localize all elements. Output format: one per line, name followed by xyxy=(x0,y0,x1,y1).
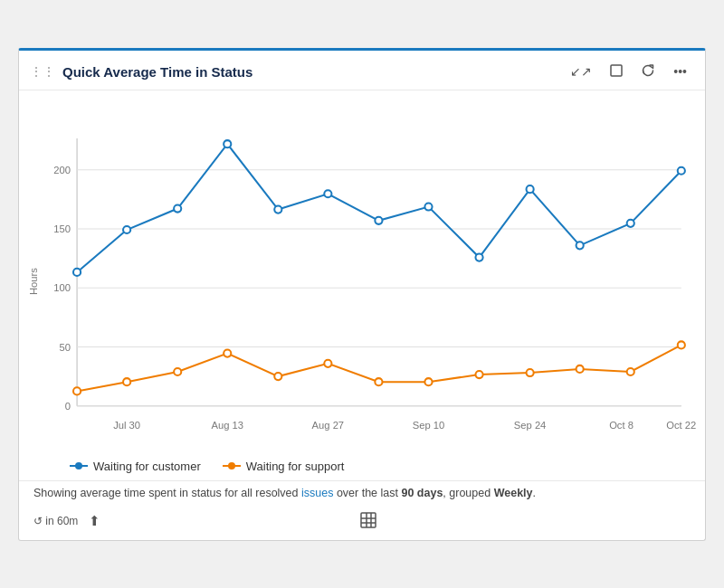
blue-dot-8 xyxy=(475,253,482,261)
y-tick-150: 150 xyxy=(53,223,71,234)
blue-dot-1 xyxy=(123,225,130,232)
blue-dot-4 xyxy=(274,205,281,213)
more-options-icon[interactable]: ••• xyxy=(670,62,691,81)
legend-blue-label: Waiting for customer xyxy=(93,460,201,473)
orange-dot-8 xyxy=(475,370,482,377)
blue-dot-6 xyxy=(375,216,382,223)
orange-dot-5 xyxy=(324,359,331,366)
legend-orange: Waiting for support xyxy=(223,460,345,473)
footer-issues-link[interactable]: issues xyxy=(301,487,333,499)
orange-dot-12 xyxy=(678,341,685,348)
x-label-aug13: Aug 13 xyxy=(211,420,243,431)
chart-legend: Waiting for customer Waiting for support xyxy=(19,452,705,480)
orange-dot-1 xyxy=(123,378,130,385)
legend-blue: Waiting for customer xyxy=(70,460,201,473)
card-title: Quick Average Time in Status xyxy=(62,64,252,80)
footer-bold-period: Weekly xyxy=(494,487,533,499)
blue-dot-12 xyxy=(678,166,685,174)
blue-dot-10 xyxy=(576,242,584,249)
blue-dot-7 xyxy=(424,203,432,210)
blue-dot-2 xyxy=(174,204,181,212)
widget-card: ⋮⋮ Quick Average Time in Status ↙↗ ••• xyxy=(18,48,706,541)
blue-dot-11 xyxy=(627,219,634,226)
drag-handle-icon[interactable]: ⋮⋮ xyxy=(30,64,55,79)
collapse-icon[interactable]: ↙↗ xyxy=(567,62,595,81)
footer-text-end: , grouped xyxy=(443,487,493,499)
refresh-schedule-label[interactable]: ↺ in 60m xyxy=(33,515,78,527)
header-actions: ↙↗ ••• xyxy=(567,62,691,82)
y-axis-label: Hours xyxy=(28,267,39,294)
orange-dot-7 xyxy=(424,378,432,385)
card-header: ⋮⋮ Quick Average Time in Status ↙↗ ••• xyxy=(19,51,705,90)
share-icon[interactable]: ⬆ xyxy=(89,513,100,529)
svg-rect-0 xyxy=(611,65,622,76)
y-tick-200: 200 xyxy=(53,164,71,175)
orange-dot-6 xyxy=(375,378,382,385)
footer-text-mid: over the last xyxy=(333,487,401,499)
x-label-sep24: Sep 24 xyxy=(514,420,547,431)
x-label-oct22: Oct 22 xyxy=(666,420,696,431)
orange-dot-3 xyxy=(224,349,231,356)
orange-dot-10 xyxy=(576,365,584,372)
blue-dot-3 xyxy=(224,140,231,147)
footer-description: Showing average time spent in status for… xyxy=(19,480,705,507)
legend-orange-line xyxy=(223,465,241,467)
legend-orange-label: Waiting for support xyxy=(246,460,345,473)
blue-dot-5 xyxy=(324,190,331,197)
table-view-icon[interactable] xyxy=(360,512,376,528)
line-chart: Hours 0 50 100 150 200 Jul 30 xyxy=(26,105,691,449)
legend-blue-line xyxy=(70,465,88,467)
footer-actions: ↺ in 60m ⬆ xyxy=(19,507,705,540)
y-tick-100: 100 xyxy=(53,282,71,293)
x-label-aug27: Aug 27 xyxy=(312,420,345,431)
footer-bold-days: 90 days xyxy=(401,487,443,499)
orange-dot-2 xyxy=(174,367,181,375)
orange-dot-9 xyxy=(527,368,534,375)
svg-rect-1 xyxy=(361,513,376,527)
footer-text-pre: Showing average time spent in status for… xyxy=(33,487,301,499)
blue-dot-9 xyxy=(527,185,534,193)
y-tick-0: 0 xyxy=(65,400,71,411)
footer-left-actions: ↺ in 60m ⬆ xyxy=(33,513,100,529)
footer-period-suffix: . xyxy=(533,487,536,499)
chart-area: Hours 0 50 100 150 200 Jul 30 xyxy=(19,90,705,452)
orange-dot-0 xyxy=(73,387,81,394)
x-label-sep10: Sep 10 xyxy=(413,420,445,431)
x-label-jul30: Jul 30 xyxy=(113,420,140,431)
expand-icon[interactable] xyxy=(606,62,626,81)
y-tick-50: 50 xyxy=(59,341,70,352)
blue-dot-0 xyxy=(73,268,81,275)
footer-center-action[interactable] xyxy=(360,512,376,531)
blue-line xyxy=(77,144,681,272)
refresh-icon[interactable] xyxy=(637,62,659,82)
orange-dot-11 xyxy=(627,367,634,375)
header-left: ⋮⋮ Quick Average Time in Status xyxy=(30,64,252,80)
x-label-oct8: Oct 8 xyxy=(609,420,634,431)
orange-dot-4 xyxy=(274,373,281,380)
